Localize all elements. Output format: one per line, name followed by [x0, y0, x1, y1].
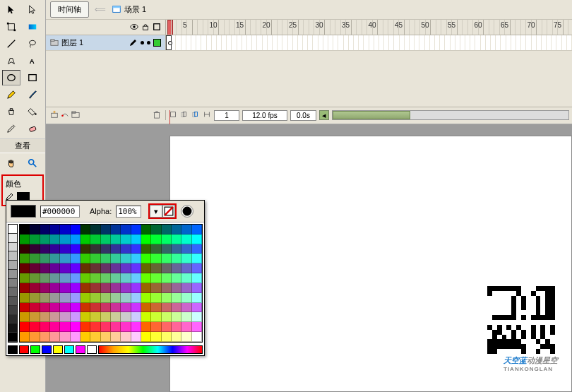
eyedropper-tool[interactable]: [2, 121, 20, 136]
brand-pinyin: TIANKONGLAN: [504, 366, 558, 372]
scene-name: 场景 1: [124, 4, 146, 15]
layer-empty-area: [46, 51, 572, 107]
scene-icon: [112, 4, 121, 16]
layer-active-pencil-icon: [129, 38, 138, 48]
timeline-ruler[interactable]: 151015202530354045505560657075: [166, 20, 572, 35]
svg-point-15: [133, 25, 135, 28]
pen-tool[interactable]: [2, 53, 20, 69]
svg-rect-2: [14, 30, 16, 32]
layer-frames[interactable]: [166, 35, 572, 50]
elapsed-display: 0.0s: [290, 110, 316, 121]
svg-point-21: [61, 114, 64, 117]
eye-column-icon[interactable]: [130, 23, 138, 32]
alpha-label: Alpha:: [90, 207, 112, 215]
pencil-tool[interactable]: [2, 87, 20, 102]
layer-outline-swatch[interactable]: [153, 39, 161, 47]
svg-point-6: [8, 75, 16, 81]
scrollbar-thumb[interactable]: [333, 111, 410, 119]
insert-motion-guide-icon[interactable]: [61, 110, 69, 120]
subselect-tool[interactable]: [23, 2, 42, 18]
grayscale-column[interactable]: [8, 224, 18, 343]
brand-watermark: 天空蓝动漫星空 TIANKONGLAN: [504, 355, 558, 372]
edit-multiple-icon[interactable]: [203, 110, 211, 120]
svg-rect-17: [154, 23, 160, 30]
svg-rect-20: [52, 113, 58, 117]
layer-lock-dot[interactable]: [147, 41, 150, 44]
timeline-scrollbar[interactable]: [332, 110, 569, 120]
brand-sub: 动漫星空: [527, 356, 558, 364]
timeline-panel: 151015202530354045505560657075 图层 1: [46, 20, 572, 124]
svg-line-11: [33, 164, 36, 167]
highlighted-button-group: ▾: [148, 203, 177, 219]
ink-bottle-tool[interactable]: [2, 104, 20, 119]
delete-layer-icon[interactable]: [153, 110, 161, 120]
free-transform-tool[interactable]: [2, 19, 20, 35]
current-color-swatch: [11, 205, 36, 218]
topbar: 时间轴 ⟸ 场景 1: [46, 0, 572, 20]
onion-skin-outline-icon[interactable]: [191, 110, 200, 120]
color-section-label: 颜色: [4, 177, 41, 191]
basic-colors-row[interactable]: [6, 344, 204, 355]
current-frame-display: 1: [214, 110, 239, 121]
oval-tool[interactable]: [2, 70, 20, 85]
gradient-transform-tool[interactable]: [23, 19, 42, 35]
lock-column-icon[interactable]: [141, 23, 150, 32]
svg-point-8: [35, 113, 37, 115]
color-picker-popup: Alpha: ▾: [6, 200, 205, 356]
eraser-tool[interactable]: [23, 121, 42, 136]
svg-rect-19: [51, 39, 54, 41]
selection-tool[interactable]: [2, 2, 20, 18]
svg-rect-27: [171, 112, 176, 117]
paint-bucket-tool[interactable]: [23, 104, 42, 119]
layer-row[interactable]: 图层 1: [46, 35, 572, 51]
insert-folder-icon[interactable]: [71, 110, 80, 120]
hex-input[interactable]: [40, 206, 80, 218]
view-section-label: 查看: [0, 138, 45, 153]
brush-tool[interactable]: [23, 87, 42, 102]
svg-rect-13: [113, 6, 121, 8]
insert-layer-icon[interactable]: [50, 110, 59, 120]
svg-rect-9: [29, 126, 36, 132]
no-color-icon[interactable]: [162, 205, 175, 218]
zoom-tool[interactable]: [23, 155, 42, 171]
rectangle-tool[interactable]: [23, 70, 42, 85]
svg-rect-16: [143, 26, 148, 30]
layer-name: 图层 1: [61, 37, 83, 48]
svg-rect-1: [7, 23, 9, 25]
onion-skin-icon[interactable]: [180, 110, 189, 120]
text-tool[interactable]: A: [23, 53, 42, 69]
layer-visible-dot[interactable]: [141, 41, 144, 44]
line-tool[interactable]: [2, 36, 20, 52]
back-arrow-icon[interactable]: ⟸: [95, 5, 106, 14]
lasso-tool[interactable]: [23, 36, 42, 52]
brand-cn: 天空蓝: [504, 356, 527, 364]
keyframe[interactable]: [166, 35, 172, 50]
scene-breadcrumb[interactable]: 场景 1: [112, 4, 146, 16]
dropdown-icon[interactable]: ▾: [150, 205, 162, 218]
hand-tool[interactable]: [2, 155, 20, 171]
svg-rect-24: [155, 112, 160, 118]
layer-panel-header: [46, 20, 166, 35]
scroll-left-icon[interactable]: ◂: [319, 110, 329, 120]
alpha-input[interactable]: [116, 206, 141, 218]
outline-column-icon[interactable]: [153, 23, 161, 32]
color-swatch-grid[interactable]: [19, 224, 203, 343]
svg-rect-3: [29, 25, 37, 30]
svg-rect-7: [29, 75, 37, 81]
svg-text:A: A: [30, 57, 35, 65]
timeline-tab[interactable]: 时间轴: [50, 1, 89, 18]
qr-watermark: [487, 286, 555, 354]
svg-rect-0: [8, 24, 15, 30]
svg-point-10: [29, 160, 34, 165]
layer-icon: [50, 38, 59, 48]
svg-line-4: [8, 40, 16, 48]
fps-display: 12.0 fps: [242, 110, 287, 121]
color-wheel-icon[interactable]: [181, 205, 193, 218]
